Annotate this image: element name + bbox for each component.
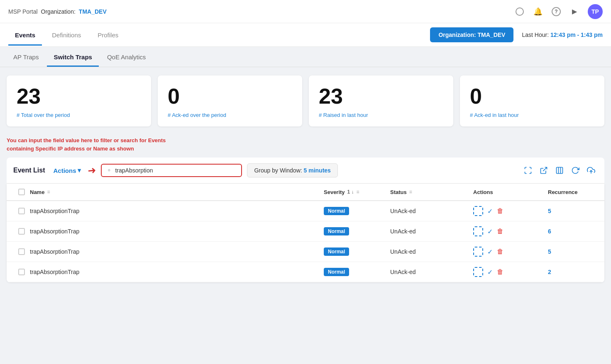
tab-definitions[interactable]: Definitions <box>45 24 88 46</box>
row-3-actions: ✓ 🗑 <box>473 247 548 257</box>
row-1-name: trapAbsorptionTrap <box>30 208 324 214</box>
tab-profiles[interactable]: Profiles <box>91 24 125 46</box>
severity-sort-icon[interactable]: 1 ↓ <box>347 189 354 195</box>
stats-row: 23 Total over the period 0 Ack-ed over t… <box>0 67 611 135</box>
tab-events[interactable]: Events <box>8 24 42 46</box>
actions-button[interactable]: Actions ▾ <box>53 167 81 174</box>
row-4-name: trapAbsorptionTrap <box>30 269 324 275</box>
row-2-name: trapAbsorptionTrap <box>30 228 324 235</box>
row-2-severity: Normal <box>324 227 390 235</box>
acknowledge-icon-1[interactable]: ✓ <box>487 207 493 215</box>
sub-tabs: AP Traps Switch Traps QoE Analytics <box>0 47 611 67</box>
severity-badge-2: Normal <box>324 227 349 235</box>
page-tabs: Events Definitions Profiles Organization… <box>0 23 611 47</box>
table-header: Name ≡ Severity 1 ↓ ≡ Status ≡ Actions R… <box>7 184 604 201</box>
row-1-checkbox[interactable] <box>18 208 25 214</box>
search-input[interactable] <box>115 167 236 174</box>
row-4-recurrence: 2 <box>548 269 598 275</box>
delete-icon-2[interactable]: 🗑 <box>497 228 503 235</box>
acknowledge-icon-4[interactable]: ✓ <box>487 268 493 276</box>
expand-width-icon[interactable] <box>521 164 535 177</box>
row-2-checkbox[interactable] <box>18 228 25 235</box>
sub-tab-switch-traps[interactable]: Switch Traps <box>47 47 99 67</box>
delete-icon-1[interactable]: 🗑 <box>497 207 503 215</box>
severity-filter-icon[interactable]: ≡ <box>357 189 359 195</box>
red-arrow-icon: ➜ <box>87 164 96 177</box>
bell-icon[interactable]: 🔔 <box>533 7 543 17</box>
expand-icon-1[interactable] <box>473 206 483 216</box>
row-checkbox-4 <box>13 269 30 275</box>
help-icon[interactable]: ? <box>551 7 561 17</box>
search-magnifier-icon: ⚬ <box>107 167 112 174</box>
refresh-icon[interactable] <box>569 164 582 177</box>
delete-icon-3[interactable]: 🗑 <box>497 248 503 255</box>
stat-label-acked: Ack-ed over the period <box>168 112 292 118</box>
table-row: trapAbsorptionTrap Normal UnAck-ed ✓ 🗑 <box>7 242 604 262</box>
row-1-severity: Normal <box>324 207 390 215</box>
external-link-icon[interactable] <box>537 164 550 177</box>
stat-card-acked: 0 Ack-ed over the period <box>158 75 302 126</box>
row-3-severity: Normal <box>324 248 390 256</box>
annotation-line1: You can input the field value here to fi… <box>7 136 604 145</box>
stat-card-acked-last: 0 Ack-ed in last hour <box>460 75 604 126</box>
row-checkbox-3 <box>13 248 30 255</box>
row-4-severity: Normal <box>324 268 390 276</box>
th-severity: Severity 1 ↓ ≡ <box>324 189 390 195</box>
group-by-button[interactable]: Group by Window: 5 minutes <box>247 163 337 177</box>
stat-label-raised: Raised in last hour <box>319 112 443 118</box>
nav-org-label: Organization: <box>41 8 76 15</box>
status-filter-icon[interactable]: ≡ <box>409 189 412 195</box>
search-icon[interactable] <box>515 7 525 17</box>
nav-portal-label: MSP Portal <box>8 8 38 15</box>
row-checkbox-2 <box>13 228 30 235</box>
select-all-checkbox[interactable] <box>18 189 25 195</box>
sub-tab-ap-traps[interactable]: AP Traps <box>7 47 45 67</box>
expand-icon-4[interactable] <box>473 267 483 277</box>
event-table: Name ≡ Severity 1 ↓ ≡ Status ≡ Actions R… <box>7 184 604 282</box>
sub-tab-qoe-analytics[interactable]: QoE Analytics <box>100 47 152 67</box>
row-1-status: UnAck-ed <box>390 208 473 214</box>
row-2-recurrence: 6 <box>548 228 598 235</box>
acknowledge-icon-2[interactable]: ✓ <box>487 228 493 235</box>
chevron-down-icon: ▾ <box>78 167 81 174</box>
stat-number-acked-last: 0 <box>470 85 594 107</box>
name-filter-icon[interactable]: ≡ <box>47 189 50 195</box>
row-4-actions: ✓ 🗑 <box>473 267 548 277</box>
row-3-checkbox[interactable] <box>18 248 25 255</box>
row-4-checkbox[interactable] <box>18 269 25 275</box>
nav-right: 🔔 ? ▶ TP <box>515 4 603 19</box>
expand-icon-2[interactable] <box>473 226 483 236</box>
stat-number-raised: 23 <box>319 85 443 107</box>
org-button[interactable]: Organization: TMA_DEV <box>430 27 513 42</box>
th-actions: Actions <box>473 189 548 195</box>
row-4-status: UnAck-ed <box>390 269 473 275</box>
acknowledge-icon-3[interactable]: ✓ <box>487 248 493 256</box>
stat-label-total: Total over the period <box>17 112 141 118</box>
svg-rect-0 <box>557 167 563 174</box>
table-row: trapAbsorptionTrap Normal UnAck-ed ✓ 🗑 <box>7 201 604 221</box>
user-avatar[interactable]: TP <box>588 4 603 19</box>
columns-icon[interactable] <box>553 164 566 177</box>
row-1-recurrence: 5 <box>548 208 598 214</box>
expand-icon-3[interactable] <box>473 247 483 257</box>
nav-left: MSP Portal Organization: TMA_DEV <box>8 8 107 15</box>
severity-badge-3: Normal <box>324 248 349 256</box>
stat-label-acked-last: Ack-ed in last hour <box>470 112 594 118</box>
row-3-name: trapAbsorptionTrap <box>30 248 324 255</box>
row-3-recurrence: 5 <box>548 248 598 255</box>
upload-icon[interactable] <box>584 164 598 177</box>
group-by-value: 5 minutes <box>304 167 331 174</box>
delete-icon-4[interactable]: 🗑 <box>497 268 503 276</box>
table-row: trapAbsorptionTrap Normal UnAck-ed ✓ 🗑 <box>7 262 604 282</box>
stat-card-raised: 23 Raised in last hour <box>309 75 453 126</box>
nav-org-value[interactable]: TMA_DEV <box>79 8 107 15</box>
search-box[interactable]: ⚬ <box>101 164 242 177</box>
stat-number-acked: 0 <box>168 85 292 107</box>
play-icon[interactable]: ▶ <box>569 7 579 17</box>
table-row: trapAbsorptionTrap Normal UnAck-ed ✓ 🗑 <box>7 221 604 242</box>
event-section: You can input the field value here to fi… <box>0 135 611 289</box>
severity-badge-1: Normal <box>324 207 349 215</box>
toolbar-icons <box>521 164 598 177</box>
last-hour-label: Last Hour: 12:43 pm - 1:43 pm <box>522 32 603 38</box>
th-checkbox <box>13 189 30 195</box>
